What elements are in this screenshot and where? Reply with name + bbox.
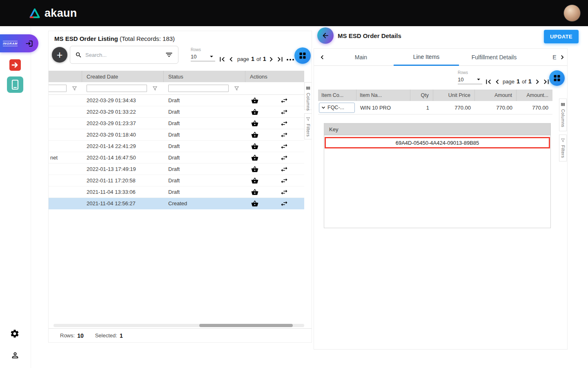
footer-selected-value: 1: [120, 332, 123, 339]
swap-icon[interactable]: [280, 200, 288, 208]
back-button[interactable]: [317, 27, 334, 44]
next-page-icon[interactable]: [267, 55, 276, 64]
row-status: Created: [164, 200, 245, 206]
rows-per-page-select[interactable]: Rows 10: [191, 47, 215, 61]
key-sub-table: Key 69A4D-05450-4A424-09013-89B85: [324, 123, 551, 228]
columns-strip[interactable]: Columns: [304, 82, 312, 110]
row-created-date: 2022-03-29 01:34:43: [82, 97, 164, 103]
horizontal-scrollbar[interactable]: [53, 324, 304, 327]
user-avatar[interactable]: [564, 4, 581, 22]
order-listing-panel: MS ESD Order Listing (Total Records: 183…: [48, 31, 312, 343]
table-row[interactable]: net 2022-01-14 16:47:50 Draft: [49, 152, 304, 164]
swap-icon[interactable]: [280, 142, 288, 150]
key-value-row-highlighted[interactable]: 69A4D-05450-4A424-09013-89B85: [325, 137, 550, 148]
last-page-icon[interactable]: [276, 55, 285, 64]
row-created-date: 2022-01-13 17:49:19: [82, 166, 164, 172]
basket-icon[interactable]: [251, 143, 258, 150]
basket-icon[interactable]: [251, 188, 258, 196]
column-header-status: Status: [164, 71, 245, 82]
table-row[interactable]: 2022-01-13 17:49:19 Draft: [49, 164, 304, 175]
add-record-button[interactable]: +: [52, 47, 67, 63]
more-options-icon[interactable]: [285, 55, 295, 65]
brand-logo[interactable]: akaun: [29, 7, 77, 20]
grid-view-button[interactable]: [294, 47, 311, 64]
license-key-value: 69A4D-05450-4A424-09013-89B85: [396, 140, 479, 146]
tab-bar: Main Line Items Fulfillment Details E: [314, 49, 567, 66]
filters-strip-label: Filters: [561, 145, 566, 158]
filter-input-status[interactable]: [168, 85, 229, 92]
row-created-date: 2022-01-14 22:41:29: [82, 143, 164, 149]
rows-per-page-select[interactable]: Rows 10: [458, 70, 482, 84]
tab-partial[interactable]: E: [551, 49, 558, 66]
page-of-label: of: [256, 56, 261, 62]
basket-icon[interactable]: [251, 200, 258, 207]
listing-footer: Rows: 10 Selected: 1: [49, 328, 312, 342]
tab-line-items[interactable]: Line Items: [394, 49, 459, 66]
basket-icon[interactable]: [251, 97, 258, 104]
swap-icon[interactable]: [280, 177, 288, 185]
order-details-panel: MS ESD Order Details UPDATE Main Line It…: [314, 25, 579, 350]
tab-fulfillment-details[interactable]: Fulfillment Details: [457, 49, 531, 66]
first-page-icon[interactable]: [484, 77, 493, 86]
filters-strip[interactable]: Filters: [304, 113, 312, 139]
profile-person-icon[interactable]: [11, 351, 20, 360]
details-title: MS ESD Order Details: [338, 32, 401, 39]
tab-main[interactable]: Main: [345, 49, 377, 66]
basket-icon[interactable]: [251, 177, 258, 184]
filter-list-icon[interactable]: [165, 51, 173, 59]
basket-icon[interactable]: [251, 131, 258, 139]
login-icon: [25, 40, 33, 47]
swap-icon[interactable]: [280, 131, 288, 139]
ingram-shortcut-button[interactable]: INGRAM: [0, 34, 38, 52]
columns-strip[interactable]: Columns: [559, 99, 567, 131]
line-item-row[interactable]: FQC-... WIN 10 PRO 1 770.00 770.00 770.0…: [318, 101, 552, 114]
filter-input-hidden-column[interactable]: [48, 85, 67, 92]
listing-table-header: Created Date Status Actions: [49, 71, 304, 82]
swap-icon[interactable]: [280, 154, 288, 162]
next-page-icon[interactable]: [533, 77, 542, 86]
settings-gear-icon[interactable]: [10, 329, 20, 339]
update-button[interactable]: UPDATE: [544, 30, 579, 43]
swap-icon[interactable]: [280, 108, 288, 116]
page-total: 1: [528, 78, 532, 85]
table-row[interactable]: 2021-11-04 13:33:06 Draft: [49, 186, 304, 198]
rows-value: 10: [191, 54, 196, 60]
grid-view-button[interactable]: [549, 70, 565, 86]
page-of-label: of: [522, 79, 526, 85]
filters-strip[interactable]: Filters: [559, 135, 567, 162]
mobile-app-icon[interactable]: [7, 76, 23, 93]
row-status: Draft: [164, 189, 245, 195]
funnel-icon[interactable]: [152, 85, 158, 92]
table-row[interactable]: 2022-03-29 01:18:40 Draft: [49, 129, 304, 141]
table-row[interactable]: 2022-01-14 22:41:29 Draft: [49, 141, 304, 152]
row-status: Draft: [164, 109, 245, 115]
table-row[interactable]: 2022-03-29 01:33:22 Draft: [49, 106, 304, 118]
table-row[interactable]: 2022-03-29 01:23:37 Draft: [49, 118, 304, 129]
table-row[interactable]: 2022-01-11 17:20:58 Draft: [49, 175, 304, 186]
basket-icon[interactable]: [251, 108, 258, 116]
prev-page-icon[interactable]: [493, 77, 502, 86]
table-row[interactable]: 2022-03-29 01:34:43 Draft: [49, 95, 304, 106]
filter-input-created-date[interactable]: [87, 85, 147, 92]
scrollbar-thumb[interactable]: [199, 324, 293, 327]
basket-icon[interactable]: [251, 120, 258, 127]
item-code-cell[interactable]: FQC-...: [319, 103, 355, 113]
swap-icon[interactable]: [280, 96, 288, 105]
column-header-item-code: Item Co...: [318, 90, 356, 101]
first-page-icon[interactable]: [218, 55, 227, 64]
prev-page-icon[interactable]: [227, 55, 236, 64]
basket-icon[interactable]: [251, 154, 258, 162]
table-row-selected[interactable]: 2021-11-04 12:56:27 Created: [49, 198, 304, 209]
basket-icon[interactable]: [251, 166, 258, 173]
tab-scroll-right-icon[interactable]: [558, 53, 566, 61]
search-input[interactable]: [85, 52, 162, 58]
funnel-icon[interactable]: [71, 85, 78, 92]
expand-chevron-icon[interactable]: [320, 104, 327, 111]
swap-icon[interactable]: [280, 119, 288, 128]
tab-scroll-left-icon[interactable]: [318, 53, 326, 61]
swap-icon[interactable]: [280, 165, 288, 173]
swap-icon[interactable]: [280, 188, 288, 196]
funnel-icon[interactable]: [234, 85, 240, 92]
pdf-export-icon[interactable]: [9, 58, 22, 72]
column-header-created-date: Created Date: [82, 71, 164, 82]
